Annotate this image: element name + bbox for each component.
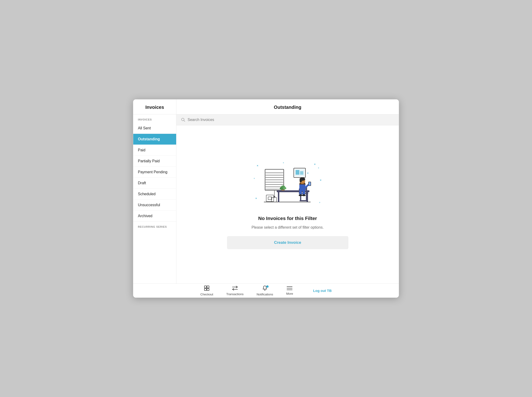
search-bar [176,114,399,125]
content-header: Outstanding [176,99,399,114]
svg-rect-27 [306,194,307,201]
sidebar-header: Invoices [133,99,176,114]
empty-illustration [259,162,315,209]
sidebar-item-partially-paid[interactable]: Partially Paid [133,156,176,167]
notification-badge [266,285,269,288]
content-body: × ° × ° ° × × ° × [176,125,399,284]
sidebar-item-scheduled[interactable]: Scheduled [133,189,176,200]
nav-checkout[interactable]: Checkout [200,285,213,296]
svg-rect-48 [207,286,209,288]
svg-rect-17 [300,171,303,175]
svg-rect-16 [296,170,299,175]
svg-point-35 [300,179,302,182]
svg-rect-44 [266,195,274,202]
deco-dot-6: × [320,179,321,181]
svg-rect-46 [271,197,277,202]
svg-point-43 [302,194,306,196]
notifications-icon [262,285,268,292]
svg-point-42 [299,194,302,196]
sidebar-item-payment-pending[interactable]: Payment Pending [133,167,176,178]
empty-state-title: No Invoices for this Filter [258,216,317,221]
deco-dot-5: ° [254,178,255,180]
deco-dot-8: ° [319,202,320,204]
more-label: More [286,292,293,295]
svg-rect-39 [309,182,311,186]
sidebar-item-outstanding[interactable]: Outstanding [133,134,176,145]
more-icon [287,286,292,291]
sidebar-item-draft[interactable]: Draft [133,178,176,189]
main-area: Invoices INVOICES All Sent Outstanding P… [133,99,399,284]
checkout-icon [204,285,210,292]
nav-transactions[interactable]: Transactions [226,285,244,296]
sidebar: Invoices INVOICES All Sent Outstanding P… [133,99,176,284]
svg-point-24 [284,187,286,189]
svg-line-1 [184,120,185,122]
sidebar-item-unsuccessful[interactable]: Unsuccessful [133,200,176,211]
svg-rect-50 [207,288,209,291]
svg-point-23 [280,187,283,190]
search-input[interactable] [187,118,394,122]
bottom-nav: Checkout Transactions Notifications [133,284,399,298]
deco-dot-7: × [255,197,257,200]
nav-more[interactable]: More [286,286,293,295]
sidebar-section-recurring: RECURRING SERIES [133,222,176,230]
deco-dot-1: × [257,164,258,167]
sidebar-item-all-sent[interactable]: All Sent [133,123,176,134]
illustration-container: × ° × ° ° × × ° × [253,160,323,211]
content-area: Outstanding × ° × ° [176,99,399,284]
deco-dot-4: ° [318,167,319,170]
transactions-label: Transactions [226,292,244,296]
app-container: Invoices INVOICES All Sent Outstanding P… [133,99,399,298]
create-invoice-button[interactable]: Create Invoice [227,236,348,249]
sidebar-item-archived[interactable]: Archived [133,211,176,222]
notifications-label: Notifications [257,293,273,296]
sidebar-section-invoices: INVOICES [133,114,176,123]
sidebar-item-paid[interactable]: Paid [133,145,176,156]
page-title: Outstanding [176,105,399,110]
search-icon [181,118,185,122]
logout-button[interactable]: Log out TB [313,289,332,293]
empty-state-subtitle: Please select a different set of filter … [252,225,324,230]
nav-notifications[interactable]: Notifications [257,285,273,296]
svg-rect-36 [299,185,305,191]
transactions-icon [232,285,238,292]
svg-rect-49 [204,288,206,291]
svg-rect-28 [300,200,308,201]
svg-rect-19 [278,192,279,202]
sidebar-title: Invoices [133,105,176,110]
checkout-label: Checkout [200,293,213,296]
svg-rect-47 [204,286,206,288]
